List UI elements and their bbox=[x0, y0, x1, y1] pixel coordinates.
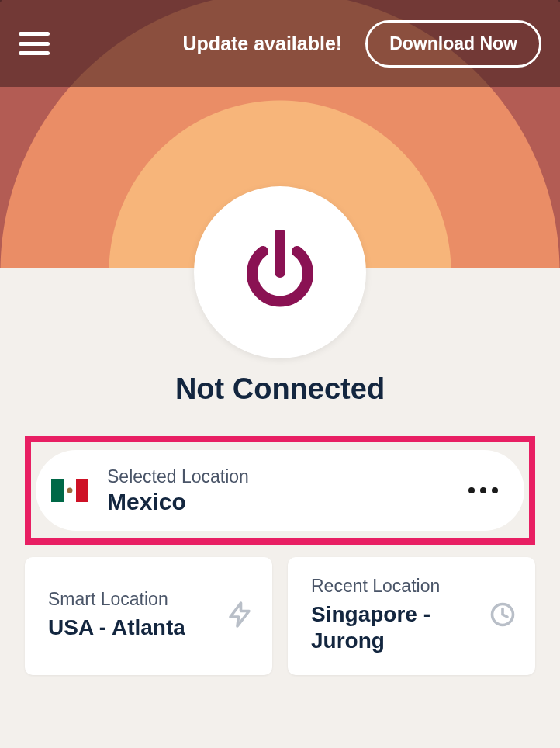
selected-location-card[interactable]: Selected Location Mexico bbox=[36, 450, 524, 531]
selected-location-label: Selected Location bbox=[107, 466, 468, 487]
menu-icon[interactable] bbox=[19, 32, 50, 55]
recent-location-label: Recent Location bbox=[311, 576, 489, 597]
power-button[interactable] bbox=[194, 186, 366, 358]
smart-location-card[interactable]: Smart Location USA - Atlanta bbox=[25, 557, 272, 675]
update-available-text: Update available! bbox=[65, 33, 350, 55]
connection-status: Not Connected bbox=[0, 372, 560, 406]
topbar: Update available! Download Now bbox=[0, 0, 560, 87]
location-cards-row: Smart Location USA - Atlanta Recent Loca… bbox=[25, 557, 535, 675]
lightning-icon bbox=[226, 601, 254, 629]
mexico-flag-icon bbox=[51, 479, 88, 502]
smart-location-label: Smart Location bbox=[48, 589, 226, 610]
recent-location-value: Singapore - Jurong bbox=[311, 601, 489, 653]
recent-location-card[interactable]: Recent Location Singapore - Jurong bbox=[288, 557, 535, 675]
clock-icon bbox=[489, 601, 517, 629]
selected-location-highlight: Selected Location Mexico bbox=[25, 436, 535, 545]
more-options-icon[interactable] bbox=[468, 487, 498, 493]
selected-location-value: Mexico bbox=[107, 489, 468, 515]
smart-location-value: USA - Atlanta bbox=[48, 615, 226, 641]
download-now-button[interactable]: Download Now bbox=[365, 20, 541, 68]
power-icon bbox=[241, 230, 319, 315]
